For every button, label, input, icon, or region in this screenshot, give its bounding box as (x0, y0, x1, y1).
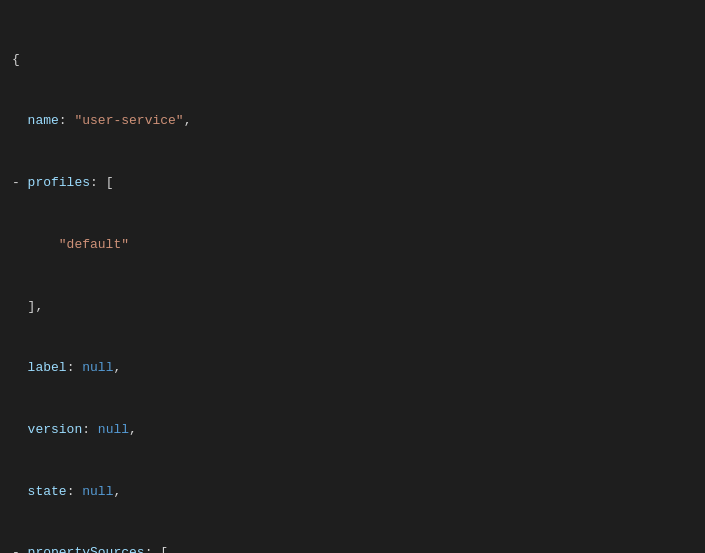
line-5: ], (12, 297, 693, 317)
line-2: name: "user-service", (12, 111, 693, 131)
line-6: label: null, (12, 358, 693, 378)
line-8: state: null, (12, 482, 693, 502)
line-4: "default" (12, 235, 693, 255)
line-3: - profiles: [ (12, 173, 693, 193)
line-1: { (12, 50, 693, 70)
line-7: version: null, (12, 420, 693, 440)
code-viewer: { name: "user-service", - profiles: [ "d… (12, 8, 693, 553)
line-9: - propertySources: [ (12, 543, 693, 553)
